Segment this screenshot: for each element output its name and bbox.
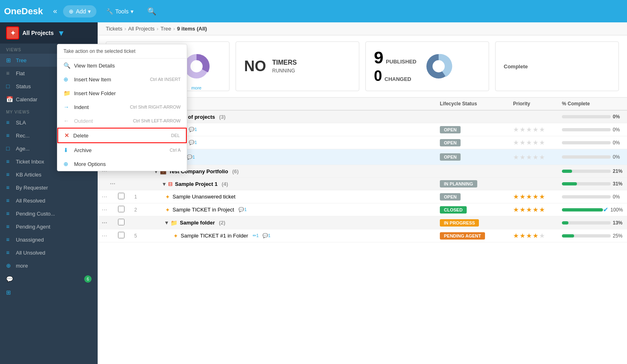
row-name-2: ✦ Sample TICKET in Project 💬1	[155, 207, 440, 213]
sidebar-item-grid[interactable]: ⊞	[0, 286, 98, 299]
pct-sp1: 31%	[562, 181, 623, 187]
pencil-count-5: ✏1	[253, 233, 259, 238]
breadcrumb-all-projects[interactable]: All Projects	[128, 26, 155, 32]
add-button[interactable]: ⊕ Add ▾	[63, 5, 96, 17]
context-menu-delete[interactable]: ✕ Delete DEL	[57, 128, 187, 143]
sidebar-item-chat[interactable]: 💬 6	[0, 272, 98, 286]
outdent-icon: ←	[63, 118, 70, 124]
insert-item-icon: ⊕	[63, 76, 70, 83]
folder-icon-sf: 📁	[170, 220, 177, 226]
grid-icon: ⊞	[6, 289, 13, 296]
group-name-outside: ▾ ⊟ Outside of projects (3)	[155, 114, 440, 120]
sidebar-item-unassigned[interactable]: ≡ Unassigned	[0, 233, 98, 246]
pending-cust-icon: ≡	[6, 210, 13, 217]
breadcrumb: Tickets › All Projects › Tree › 9 items …	[98, 22, 627, 35]
more-icon: ⊕	[6, 262, 13, 269]
all-projects-dropdown[interactable]: ▾	[59, 28, 63, 38]
rec-icon: ≡	[6, 132, 13, 139]
outdent-shortcut: Ctrl Shift LEFT-ARROW	[133, 118, 181, 123]
sidebar-sla-label: SLA	[16, 120, 26, 126]
status-15: OPEN	[440, 153, 461, 161]
stat-card-published: 9 PUBLISHED 0 CHANGED	[365, 41, 489, 91]
checkbox-5[interactable]	[118, 232, 125, 238]
bc-sep2: ›	[157, 26, 158, 32]
sidebar-item-pending-customer[interactable]: ≡ Pending Custo...	[0, 207, 98, 220]
checkbox-2[interactable]	[118, 206, 125, 212]
checkbox-1[interactable]	[118, 193, 125, 199]
outside-count: (3)	[219, 114, 225, 120]
sidebar-rec-label: Rec...	[16, 133, 30, 139]
col-lifecycle: Lifecycle Status	[440, 101, 513, 107]
row-dots-5[interactable]: ···	[102, 232, 118, 240]
stat-card-timers: NO TIMERS RUNNING	[236, 41, 359, 91]
pct-13: 0%	[562, 140, 623, 146]
sidebar-item-status-label: Status	[16, 83, 31, 89]
published-number: 9	[374, 48, 383, 68]
status-icon: □	[6, 83, 13, 89]
row-dots-sf[interactable]: ···	[102, 219, 118, 227]
table-row-su: ··· 1 ✦ Sample Unanswered ticket OPEN ★ …	[98, 190, 627, 203]
pct-11: 0%	[562, 127, 623, 133]
row-dots-2[interactable]: ···	[102, 206, 118, 214]
sidebar-resolved-label: All Resolved	[16, 198, 45, 204]
sidebar-item-tree-label: Tree	[16, 57, 26, 63]
ticket-icon-5: ✦	[173, 233, 178, 239]
context-menu-outdent: ← Outdent Ctrl Shift LEFT-ARROW	[57, 114, 187, 128]
status-sf: IN PROGRESS	[440, 219, 479, 227]
sidebar-pending-cust-label: Pending Custo...	[16, 211, 55, 217]
comment-count-15: 💬1	[187, 155, 195, 160]
published-section: 9 PUBLISHED 0 CHANGED	[374, 48, 416, 85]
search-button[interactable]: 🔍	[147, 7, 156, 16]
sidebar-header: ✦ All Projects ▾	[0, 22, 98, 44]
sp1-icon: ⊟	[168, 181, 173, 187]
row-name-11: ✦ test ticket 💬1	[155, 126, 440, 133]
pending-agent-icon: ≡	[6, 223, 13, 230]
context-menu-indent[interactable]: → Indent Ctrl Shift RIGHT-ARROW	[57, 100, 187, 114]
sidebar-item-more[interactable]: ⊕ more	[0, 259, 98, 272]
breadcrumb-tickets[interactable]: Tickets	[106, 26, 122, 32]
plus-icon: ⊕	[69, 8, 74, 15]
expand-sp1[interactable]: ▾	[163, 181, 166, 187]
sidebar-item-all-resolved[interactable]: ≡ All Resolved	[0, 194, 98, 207]
sidebar-item-all-unsolved[interactable]: ≡ All Unsolved	[0, 246, 98, 259]
context-menu-more-options[interactable]: ⊕ More Options	[57, 157, 187, 171]
bc-sep1: ›	[125, 26, 126, 32]
context-menu-insert-folder[interactable]: 📁 Insert New Folder	[57, 86, 187, 100]
sf-count: (2)	[219, 220, 225, 226]
outside-progress-bar	[562, 115, 611, 118]
checkbox-sf[interactable]	[118, 219, 125, 225]
group-name-company: ▾ 💼 Test Company Portfolio (6)	[155, 168, 440, 174]
expand-sf[interactable]: ▾	[165, 220, 168, 226]
sla-icon: ≡	[6, 119, 13, 126]
status-2: CLOSED	[440, 206, 467, 214]
insert-item-label: Insert New Item	[74, 76, 111, 83]
svg-point-1	[190, 60, 203, 72]
context-menu-archive[interactable]: ⬇ Archive Ctrl A	[57, 143, 187, 157]
sidebar-item-calendar-label: Calendar	[16, 96, 37, 102]
row-dots-1[interactable]: ···	[102, 193, 118, 201]
comment-count-2: 💬1	[238, 207, 247, 212]
collapse-nav-button[interactable]: «	[51, 5, 59, 17]
tools-button[interactable]: 🔧 Tools ▾	[100, 5, 139, 17]
sidebar-item-pending-agent[interactable]: ≡ Pending Agent	[0, 220, 98, 233]
row-num-2: 2	[134, 207, 155, 213]
col-name: Name	[155, 101, 440, 107]
sf-label: Sample folder	[180, 220, 215, 226]
delete-icon: ✕	[64, 132, 69, 139]
chevron-down-icon-tools: ▾	[131, 8, 133, 15]
context-menu-view-details[interactable]: 🔍 View Item Details	[57, 59, 187, 72]
group-dots-sp1[interactable]: ···	[110, 180, 126, 187]
delete-shortcut: DEL	[171, 133, 180, 138]
pct-2: ✔ 100%	[562, 206, 623, 214]
pb-15	[562, 155, 611, 159]
view-details-icon: 🔍	[63, 62, 70, 69]
sidebar-unassigned-label: Unassigned	[16, 237, 44, 243]
sidebar-pending-agent-label: Pending Agent	[16, 224, 50, 230]
sidebar-item-by-requester[interactable]: ≡ By Requester	[0, 181, 98, 194]
chat-badge: 6	[84, 275, 92, 283]
all-projects-label: All Projects	[22, 30, 54, 36]
priority-5: ★ ★ ★ ★ ★	[513, 232, 562, 240]
breadcrumb-tree[interactable]: Tree	[160, 26, 171, 32]
priority-13: ★ ★ ★ ★ ★	[513, 139, 562, 146]
context-menu-insert-item[interactable]: ⊕ Insert New Item Ctrl Alt INSERT	[57, 72, 187, 86]
